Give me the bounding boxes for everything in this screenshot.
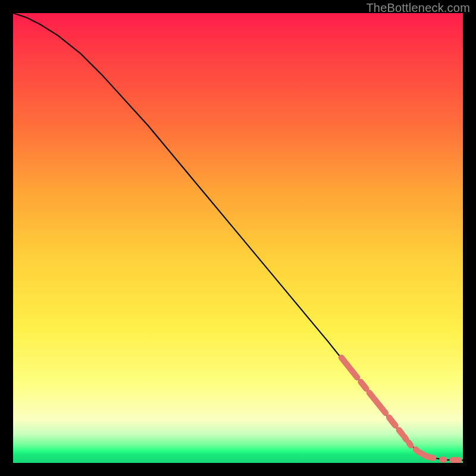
dash-segment: [409, 443, 411, 446]
curve-layer: [13, 13, 463, 460]
dash-segment: [405, 437, 406, 440]
main-curve: [13, 13, 463, 460]
dash-segment: [431, 458, 433, 458]
chart-stage: TheBottleneck.com: [0, 0, 476, 476]
dash-segment: [361, 382, 366, 389]
dash-segment: [342, 358, 357, 377]
chart-plot-area: [13, 13, 463, 463]
dashed-overlay: [342, 358, 459, 460]
dash-segment: [399, 430, 403, 435]
chart-svg: [13, 13, 463, 463]
dash-segment: [369, 393, 386, 413]
dash-segment: [392, 421, 396, 426]
